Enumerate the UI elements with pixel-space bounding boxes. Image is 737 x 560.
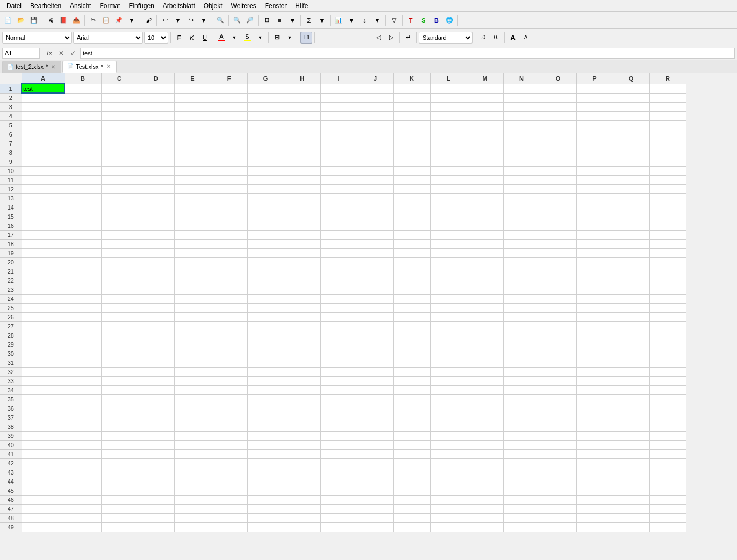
- cell-C26[interactable]: [101, 312, 138, 321]
- cell-A33[interactable]: [22, 376, 65, 385]
- cell-K18[interactable]: [393, 239, 430, 248]
- cell-A37[interactable]: [22, 413, 65, 422]
- cell-J34[interactable]: [357, 385, 393, 394]
- cell-H8[interactable]: [284, 148, 320, 157]
- cell-B1[interactable]: [65, 84, 101, 93]
- cell-L2[interactable]: [430, 93, 467, 102]
- cell-A38[interactable]: [22, 422, 65, 431]
- cell-G33[interactable]: [247, 376, 284, 385]
- cell-H10[interactable]: [284, 166, 320, 175]
- cell-R32[interactable]: [649, 367, 686, 376]
- row-num-37[interactable]: 37: [0, 413, 22, 422]
- cell-M28[interactable]: [467, 331, 503, 340]
- cell-K14[interactable]: [393, 203, 430, 212]
- cell-G17[interactable]: [247, 230, 284, 239]
- cell-M37[interactable]: [467, 413, 503, 422]
- cell-M11[interactable]: [467, 175, 503, 184]
- cell-O34[interactable]: [540, 385, 576, 394]
- cell-M4[interactable]: [467, 111, 503, 120]
- cell-L46[interactable]: [430, 495, 467, 504]
- cell-P11[interactable]: [576, 175, 613, 184]
- cell-I47[interactable]: [320, 504, 357, 513]
- cell-M17[interactable]: [467, 230, 503, 239]
- cell-Q45[interactable]: [613, 486, 649, 495]
- cell-B6[interactable]: [65, 130, 101, 139]
- cell-M34[interactable]: [467, 385, 503, 394]
- cell-O21[interactable]: [540, 267, 576, 276]
- row-num-25[interactable]: 25: [0, 303, 22, 312]
- cell-N8[interactable]: [503, 148, 540, 157]
- cell-J31[interactable]: [357, 358, 393, 367]
- cell-P12[interactable]: [576, 184, 613, 193]
- cell-Q22[interactable]: [613, 276, 649, 285]
- cell-C38[interactable]: [101, 422, 138, 431]
- cell-E1[interactable]: [174, 84, 211, 93]
- cell-I31[interactable]: [320, 358, 357, 367]
- cell-B11[interactable]: [65, 175, 101, 184]
- cell-K24[interactable]: [393, 294, 430, 303]
- cell-H21[interactable]: [284, 267, 320, 276]
- cell-O46[interactable]: [540, 495, 576, 504]
- cell-R19[interactable]: [649, 248, 686, 257]
- cell-Q6[interactable]: [613, 130, 649, 139]
- cell-D11[interactable]: [138, 175, 174, 184]
- font-size-increase[interactable]: A: [507, 32, 519, 44]
- cell-E14[interactable]: [174, 203, 211, 212]
- cell-N41[interactable]: [503, 449, 540, 458]
- cell-I4[interactable]: [320, 111, 357, 120]
- cell-N13[interactable]: [503, 193, 540, 203]
- cell-O10[interactable]: [540, 166, 576, 175]
- formula-check-icon[interactable]: ✓: [68, 48, 78, 58]
- cell-P8[interactable]: [576, 148, 613, 157]
- cell-L21[interactable]: [430, 267, 467, 276]
- cell-M47[interactable]: [467, 504, 503, 513]
- cell-A4[interactable]: [22, 111, 65, 120]
- cell-B29[interactable]: [65, 340, 101, 349]
- cell-R23[interactable]: [649, 285, 686, 294]
- sort-button[interactable]: ↕: [359, 15, 370, 26]
- cell-Q15[interactable]: [613, 212, 649, 221]
- cell-I19[interactable]: [320, 248, 357, 257]
- cell-H42[interactable]: [284, 458, 320, 468]
- cell-Q9[interactable]: [613, 157, 649, 166]
- cell-A7[interactable]: [22, 139, 65, 148]
- cell-C10[interactable]: [101, 166, 138, 175]
- cell-F10[interactable]: [211, 166, 247, 175]
- cell-F17[interactable]: [211, 230, 247, 239]
- cell-P19[interactable]: [576, 248, 613, 257]
- cell-C37[interactable]: [101, 413, 138, 422]
- cell-E4[interactable]: [174, 111, 211, 120]
- cell-J24[interactable]: [357, 294, 393, 303]
- cell-N11[interactable]: [503, 175, 540, 184]
- border-button[interactable]: ⊞: [271, 32, 283, 44]
- new-button[interactable]: 📄: [2, 15, 14, 26]
- cell-O38[interactable]: [540, 422, 576, 431]
- cell-L44[interactable]: [430, 477, 467, 486]
- cell-I48[interactable]: [320, 513, 357, 522]
- cell-F48[interactable]: [211, 513, 247, 522]
- cell-G40[interactable]: [247, 440, 284, 449]
- paste-button[interactable]: 📌: [113, 15, 125, 26]
- cell-I41[interactable]: [320, 449, 357, 458]
- cell-M14[interactable]: [467, 203, 503, 212]
- cell-O11[interactable]: [540, 175, 576, 184]
- cell-D48[interactable]: [138, 513, 174, 522]
- cell-A25[interactable]: [22, 303, 65, 312]
- cell-H22[interactable]: [284, 276, 320, 285]
- col-header-B[interactable]: B: [65, 73, 101, 84]
- cell-K49[interactable]: [393, 522, 430, 532]
- cell-F21[interactable]: [211, 267, 247, 276]
- cell-H41[interactable]: [284, 449, 320, 458]
- cell-A11[interactable]: [22, 175, 65, 184]
- cell-L38[interactable]: [430, 422, 467, 431]
- cell-L40[interactable]: [430, 440, 467, 449]
- indent-less-button[interactable]: ◁: [373, 32, 384, 44]
- cell-F47[interactable]: [211, 504, 247, 513]
- row-num-48[interactable]: 48: [0, 513, 22, 522]
- cell-O23[interactable]: [540, 285, 576, 294]
- col-header-M[interactable]: M: [467, 73, 503, 84]
- cell-J41[interactable]: [357, 449, 393, 458]
- cell-C24[interactable]: [101, 294, 138, 303]
- cell-B35[interactable]: [65, 394, 101, 404]
- cell-M19[interactable]: [467, 248, 503, 257]
